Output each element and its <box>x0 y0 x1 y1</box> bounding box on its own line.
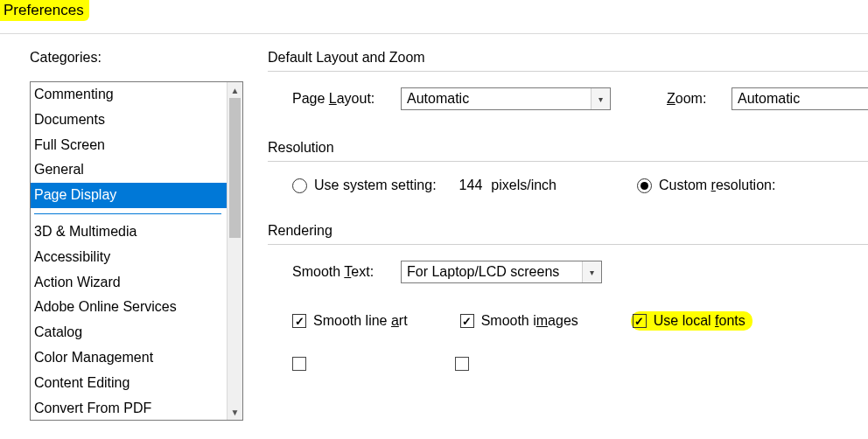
scroll-up-icon[interactable]: ▲ <box>228 82 242 98</box>
custom-resolution-radio[interactable]: Custom resolution: <box>637 178 775 193</box>
checkbox-checked-icon <box>460 314 474 328</box>
smooth-images-checkbox[interactable]: Smooth images <box>460 313 578 329</box>
categories-listbox[interactable]: CommentingDocumentsFull ScreenGeneralPag… <box>30 81 243 421</box>
page-layout-select[interactable]: Automatic ▾ <box>401 87 611 110</box>
category-item[interactable]: Adobe Online Services <box>31 295 227 320</box>
chevron-down-icon: ▾ <box>591 88 610 109</box>
use-system-setting-radio[interactable]: Use system setting: <box>292 178 437 193</box>
section-layout-zoom: Default Layout and Zoom Page Layout: Aut… <box>268 50 868 110</box>
radio-unchecked-icon <box>292 178 307 193</box>
category-item[interactable]: Catalog <box>31 320 227 345</box>
resolution-value: 144 pixels/inch <box>459 178 556 193</box>
category-item[interactable]: Documents <box>31 108 227 133</box>
zoom-select[interactable]: Automatic <box>732 87 868 110</box>
category-item[interactable]: Color Management <box>31 345 227 371</box>
list-separator <box>34 213 221 214</box>
smooth-text-label: Smooth Text: <box>292 264 388 280</box>
section-rendering: Rendering Smooth Text: For Laptop/LCD sc… <box>268 223 868 371</box>
checkbox-icon <box>455 357 469 371</box>
group-separator <box>268 161 868 162</box>
category-item[interactable]: Commenting <box>31 82 227 108</box>
category-item[interactable]: Content Editing <box>31 371 227 396</box>
partial-checkbox-row[interactable] <box>292 357 306 371</box>
checkbox-checked-icon <box>292 314 306 328</box>
page-layout-label: Page Layout: <box>292 91 388 107</box>
group-separator <box>268 71 868 72</box>
radio-checked-icon <box>637 178 652 193</box>
scroll-thumb[interactable] <box>229 98 241 238</box>
dialog-title: Preferences <box>0 0 89 21</box>
group-separator <box>268 244 868 245</box>
scrollbar[interactable]: ▲ ▼ <box>227 82 242 420</box>
category-item[interactable]: Convert From PDF <box>31 396 227 421</box>
category-item[interactable]: General <box>31 157 227 183</box>
categories-label: Categories: <box>30 50 243 66</box>
zoom-value: Automatic <box>738 91 800 107</box>
category-item[interactable]: Full Screen <box>31 133 227 158</box>
checkbox-checked-icon <box>633 314 647 328</box>
smooth-line-art-checkbox[interactable]: Smooth line art <box>292 313 408 329</box>
group-title-rendering: Rendering <box>268 223 868 239</box>
smooth-text-select[interactable]: For Laptop/LCD screens ▾ <box>401 261 602 283</box>
chevron-down-icon: ▾ <box>582 261 601 282</box>
category-item[interactable]: Action Wizard <box>31 270 227 296</box>
checkbox-icon <box>292 357 306 371</box>
group-title-resolution: Resolution <box>268 140 868 156</box>
category-item[interactable]: Page Display <box>31 183 227 208</box>
category-item[interactable]: 3D & Multimedia <box>31 220 227 245</box>
group-title-layout: Default Layout and Zoom <box>268 50 868 66</box>
page-layout-value: Automatic <box>407 91 469 107</box>
use-local-fonts-checkbox[interactable]: Use local fonts <box>633 313 746 329</box>
zoom-label: Zoom: <box>667 91 719 107</box>
section-resolution: Resolution Use system setting: 144 pixel… <box>268 140 868 193</box>
partial-checkbox-row[interactable] <box>455 357 469 371</box>
scroll-down-icon[interactable]: ▼ <box>228 404 242 420</box>
category-item[interactable]: Accessibility <box>31 245 227 270</box>
smooth-text-value: For Laptop/LCD screens <box>407 264 559 280</box>
use-local-fonts-highlight: Use local fonts <box>631 311 752 331</box>
